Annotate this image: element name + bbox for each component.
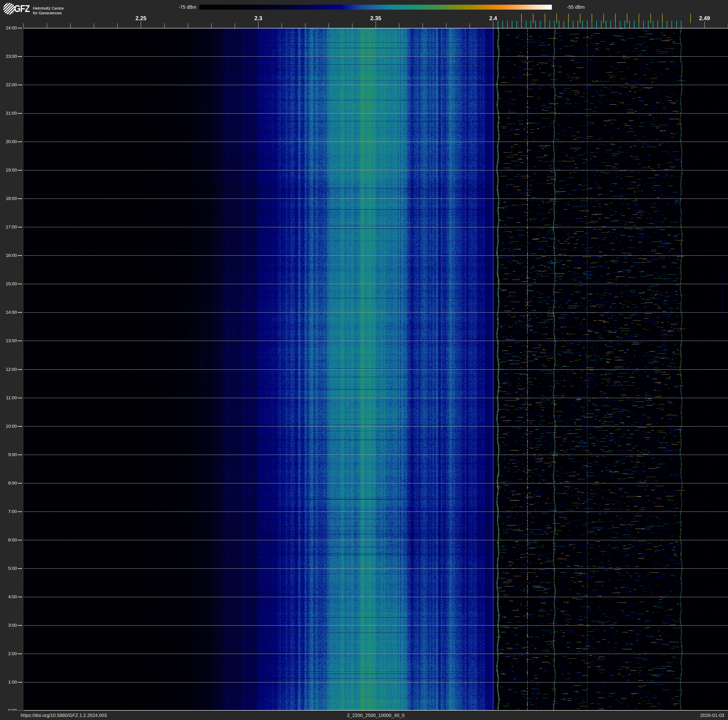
wifi-channel-tick <box>615 14 616 23</box>
hour-label: 6:00 <box>0 538 17 542</box>
wifi-channel-tick <box>533 14 534 23</box>
hour-label: 15:00 <box>0 282 17 286</box>
hour-label: 1:00 <box>0 680 17 685</box>
hour-label: 4:00 <box>0 594 17 599</box>
bluetooth-channel-tick <box>502 21 503 28</box>
freq-minor-tick <box>329 23 329 28</box>
hour-label: 19:00 <box>0 168 17 173</box>
freq-tick-label: 2.25 <box>136 15 147 21</box>
hour-tick <box>18 340 22 341</box>
freq-minor-tick <box>70 23 71 28</box>
hour-tick <box>18 426 22 427</box>
hour-tick <box>18 283 22 284</box>
spectrogram-canvas <box>23 28 728 711</box>
bluetooth-channel-tick <box>643 21 644 28</box>
freq-minor-tick <box>281 23 282 28</box>
wifi-channel-tick <box>690 14 691 23</box>
dataset-id-label: 2_2200_2500_10000_40_0 <box>347 711 405 720</box>
hour-tick <box>18 511 22 512</box>
wifi-channel-tick <box>521 14 522 23</box>
hour-tick <box>18 141 22 142</box>
bluetooth-channel-tick <box>587 21 587 28</box>
brand-subtitle: Helmholtz Centre for Geosciences <box>33 6 64 15</box>
gfz-globe-icon <box>3 3 15 15</box>
bluetooth-channel-tick <box>549 21 550 28</box>
bluetooth-channel-tick <box>535 21 536 28</box>
wifi-channel-tick <box>639 14 639 23</box>
colorbar-gradient <box>199 5 552 10</box>
hour-label: 3:00 <box>0 623 17 628</box>
wifi-channel-tick <box>662 14 663 23</box>
bluetooth-channel-tick <box>507 21 508 28</box>
hour-tick <box>18 654 22 654</box>
wifi-channel-tick <box>580 14 581 23</box>
hour-tick <box>18 56 22 57</box>
footer-bar: https://doi.org/10.5880/GFZ.1.2.2024.003… <box>0 711 728 720</box>
freq-minor-tick <box>305 23 306 28</box>
hour-label: 14:00 <box>0 310 17 315</box>
hour-label: 8:00 <box>0 481 17 486</box>
freq-minor-tick <box>94 23 94 28</box>
hour-tick <box>18 369 22 370</box>
hour-tick <box>18 113 22 114</box>
hour-label: 21:00 <box>0 111 17 116</box>
brand-subtitle-line2: for Geosciences <box>33 11 64 15</box>
bluetooth-channel-tick <box>671 21 672 28</box>
hour-label: 18:00 <box>0 196 17 201</box>
freq-minor-tick <box>23 23 24 28</box>
bluetooth-channel-tick <box>582 21 583 28</box>
wifi-channel-tick <box>603 14 604 23</box>
hour-tick <box>18 597 22 597</box>
hour-tick <box>18 255 22 256</box>
bluetooth-channel-tick <box>540 21 541 28</box>
hour-label: 11:00 <box>0 395 17 400</box>
bluetooth-channel-tick <box>610 21 611 28</box>
hour-label: 20:00 <box>0 139 17 144</box>
bluetooth-channel-tick <box>498 21 498 28</box>
hour-tick <box>18 170 22 171</box>
hour-label: 13:00 <box>0 339 17 343</box>
bluetooth-channel-tick <box>559 21 560 28</box>
freq-minor-tick <box>235 23 235 28</box>
hour-label: 23:00 <box>0 54 17 59</box>
freq-minor-tick <box>211 23 212 28</box>
freq-major-tick <box>258 21 258 28</box>
bluetooth-channel-tick <box>601 21 602 28</box>
hour-tick <box>18 84 22 85</box>
hour-label: 12:00 <box>0 367 17 372</box>
bluetooth-channel-tick <box>573 21 574 28</box>
hour-tick <box>18 682 22 683</box>
freq-tick-label: 2.4 <box>489 15 497 21</box>
freq-minor-tick <box>47 23 47 28</box>
bluetooth-channel-tick <box>554 21 555 28</box>
hour-label: 5:00 <box>0 566 17 571</box>
freq-minor-tick <box>352 23 352 28</box>
hour-label: 7:00 <box>0 509 17 514</box>
hour-tick <box>18 483 22 484</box>
hour-label: 22:00 <box>0 83 17 87</box>
freq-tick-label: 2.35 <box>370 15 381 21</box>
date-label: 2026-01-03 <box>700 711 724 720</box>
freq-tick-label: 2.49 <box>699 15 710 21</box>
freq-minor-tick <box>470 23 470 28</box>
hour-label: 24:00 <box>0 26 17 30</box>
bluetooth-channel-tick <box>578 21 578 28</box>
bluetooth-channel-tick <box>620 21 621 28</box>
freq-minor-tick <box>164 23 165 28</box>
freq-major-tick <box>376 21 376 28</box>
hour-tick <box>18 28 22 28</box>
hour-label: 2:00 <box>0 651 17 656</box>
bluetooth-channel-tick <box>653 21 653 28</box>
bluetooth-channel-tick <box>657 21 658 28</box>
bluetooth-channel-tick <box>606 21 606 28</box>
bluetooth-channel-tick <box>648 21 648 28</box>
wifi-channel-tick <box>556 14 557 23</box>
doi-link[interactable]: https://doi.org/10.5880/GFZ.1.2.2024.003 <box>21 711 107 720</box>
bluetooth-channel-tick <box>596 21 597 28</box>
spectrogram-page: GFZ Helmholtz Centre for Geosciences -75… <box>0 0 728 720</box>
hour-tick <box>18 455 22 455</box>
brand-subtitle-line1: Helmholtz Centre <box>33 6 64 11</box>
hour-tick <box>18 312 22 313</box>
colorbar-max-label: -55 dBm <box>567 5 585 10</box>
wifi-channel-tick <box>650 14 651 23</box>
